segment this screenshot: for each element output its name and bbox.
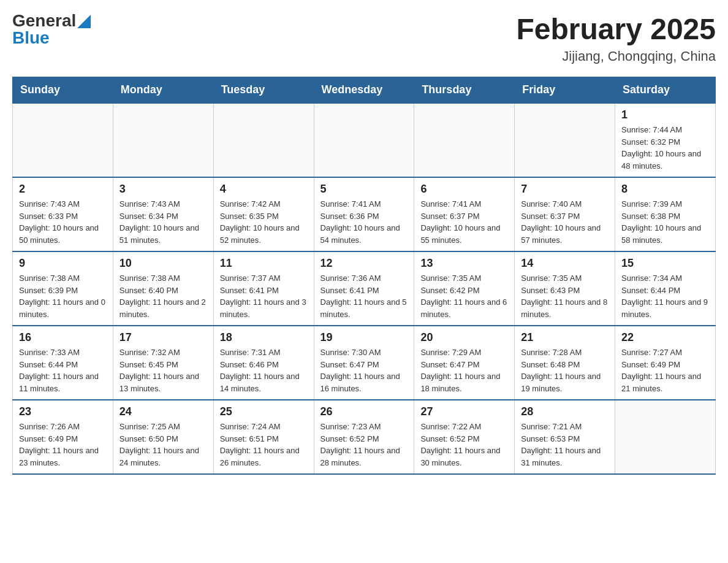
day-info: Sunrise: 7:36 AMSunset: 6:41 PMDaylight:… bbox=[320, 272, 408, 320]
day-info: Sunrise: 7:22 AMSunset: 6:52 PMDaylight:… bbox=[420, 421, 508, 469]
day-info: Sunrise: 7:24 AMSunset: 6:51 PMDaylight:… bbox=[220, 421, 308, 469]
table-row: 8Sunrise: 7:39 AMSunset: 6:38 PMDaylight… bbox=[615, 177, 716, 251]
table-row: 18Sunrise: 7:31 AMSunset: 6:46 PMDayligh… bbox=[213, 326, 314, 400]
day-number: 11 bbox=[220, 257, 308, 270]
table-row: 16Sunrise: 7:33 AMSunset: 6:44 PMDayligh… bbox=[13, 326, 113, 400]
day-info: Sunrise: 7:38 AMSunset: 6:40 PMDaylight:… bbox=[119, 272, 207, 320]
table-row bbox=[314, 103, 414, 177]
table-row: 22Sunrise: 7:27 AMSunset: 6:49 PMDayligh… bbox=[615, 326, 716, 400]
day-number: 7 bbox=[521, 183, 609, 196]
calendar-week-row: 23Sunrise: 7:26 AMSunset: 6:49 PMDayligh… bbox=[13, 400, 716, 474]
day-number: 10 bbox=[119, 257, 207, 270]
table-row bbox=[414, 103, 515, 177]
table-row: 20Sunrise: 7:29 AMSunset: 6:47 PMDayligh… bbox=[414, 326, 515, 400]
table-row: 7Sunrise: 7:40 AMSunset: 6:37 PMDaylight… bbox=[515, 177, 615, 251]
logo-general-text: General bbox=[12, 12, 76, 29]
day-number: 17 bbox=[119, 331, 207, 344]
day-number: 8 bbox=[621, 183, 709, 196]
col-thursday: Thursday bbox=[414, 77, 515, 104]
day-number: 2 bbox=[19, 183, 107, 196]
day-info: Sunrise: 7:39 AMSunset: 6:38 PMDaylight:… bbox=[621, 198, 709, 246]
day-info: Sunrise: 7:37 AMSunset: 6:41 PMDaylight:… bbox=[220, 272, 308, 320]
day-number: 3 bbox=[119, 183, 207, 196]
day-number: 4 bbox=[220, 183, 308, 196]
table-row: 19Sunrise: 7:30 AMSunset: 6:47 PMDayligh… bbox=[314, 326, 414, 400]
table-row: 6Sunrise: 7:41 AMSunset: 6:37 PMDaylight… bbox=[414, 177, 515, 251]
table-row bbox=[213, 103, 314, 177]
calendar-table: Sunday Monday Tuesday Wednesday Thursday… bbox=[12, 77, 716, 475]
calendar-week-row: 2Sunrise: 7:43 AMSunset: 6:33 PMDaylight… bbox=[13, 177, 716, 251]
table-row: 5Sunrise: 7:41 AMSunset: 6:36 PMDaylight… bbox=[314, 177, 414, 251]
day-number: 16 bbox=[19, 331, 107, 344]
day-info: Sunrise: 7:41 AMSunset: 6:37 PMDaylight:… bbox=[420, 198, 508, 246]
day-number: 6 bbox=[420, 183, 508, 196]
day-info: Sunrise: 7:42 AMSunset: 6:35 PMDaylight:… bbox=[220, 198, 308, 246]
day-info: Sunrise: 7:21 AMSunset: 6:53 PMDaylight:… bbox=[521, 421, 609, 469]
table-row bbox=[515, 103, 615, 177]
calendar-header-row: Sunday Monday Tuesday Wednesday Thursday… bbox=[13, 77, 716, 104]
col-saturday: Saturday bbox=[615, 77, 716, 104]
col-monday: Monday bbox=[113, 77, 213, 104]
table-row: 11Sunrise: 7:37 AMSunset: 6:41 PMDayligh… bbox=[213, 251, 314, 326]
day-info: Sunrise: 7:30 AMSunset: 6:47 PMDaylight:… bbox=[320, 347, 408, 394]
table-row: 13Sunrise: 7:35 AMSunset: 6:42 PMDayligh… bbox=[414, 251, 515, 326]
day-info: Sunrise: 7:43 AMSunset: 6:33 PMDaylight:… bbox=[19, 198, 107, 246]
table-row bbox=[113, 103, 213, 177]
calendar-week-row: 1Sunrise: 7:44 AMSunset: 6:32 PMDaylight… bbox=[13, 103, 716, 177]
table-row: 15Sunrise: 7:34 AMSunset: 6:44 PMDayligh… bbox=[615, 251, 716, 326]
table-row: 4Sunrise: 7:42 AMSunset: 6:35 PMDaylight… bbox=[213, 177, 314, 251]
day-info: Sunrise: 7:25 AMSunset: 6:50 PMDaylight:… bbox=[119, 421, 207, 469]
table-row: 10Sunrise: 7:38 AMSunset: 6:40 PMDayligh… bbox=[113, 251, 213, 326]
day-number: 27 bbox=[420, 405, 508, 418]
day-info: Sunrise: 7:40 AMSunset: 6:37 PMDaylight:… bbox=[521, 198, 609, 246]
table-row: 21Sunrise: 7:28 AMSunset: 6:48 PMDayligh… bbox=[515, 326, 615, 400]
table-row: 26Sunrise: 7:23 AMSunset: 6:52 PMDayligh… bbox=[314, 400, 414, 474]
table-row: 1Sunrise: 7:44 AMSunset: 6:32 PMDaylight… bbox=[615, 103, 716, 177]
table-row: 2Sunrise: 7:43 AMSunset: 6:33 PMDaylight… bbox=[13, 177, 113, 251]
col-tuesday: Tuesday bbox=[213, 77, 314, 104]
logo-triangle-icon bbox=[77, 15, 91, 28]
table-row: 14Sunrise: 7:35 AMSunset: 6:43 PMDayligh… bbox=[515, 251, 615, 326]
day-number: 18 bbox=[220, 331, 308, 344]
day-info: Sunrise: 7:43 AMSunset: 6:34 PMDaylight:… bbox=[119, 198, 207, 246]
title-section: February 2025 Jijiang, Chongqing, China bbox=[516, 12, 716, 64]
table-row: 12Sunrise: 7:36 AMSunset: 6:41 PMDayligh… bbox=[314, 251, 414, 326]
day-number: 13 bbox=[420, 257, 508, 270]
day-info: Sunrise: 7:38 AMSunset: 6:39 PMDaylight:… bbox=[19, 272, 107, 320]
day-number: 19 bbox=[320, 331, 408, 344]
day-info: Sunrise: 7:26 AMSunset: 6:49 PMDaylight:… bbox=[19, 421, 107, 469]
day-info: Sunrise: 7:34 AMSunset: 6:44 PMDaylight:… bbox=[621, 272, 709, 320]
day-info: Sunrise: 7:27 AMSunset: 6:49 PMDaylight:… bbox=[621, 347, 709, 394]
day-number: 25 bbox=[220, 405, 308, 418]
col-wednesday: Wednesday bbox=[314, 77, 414, 104]
page-header: General Blue February 2025 Jijiang, Chon… bbox=[12, 12, 716, 64]
day-info: Sunrise: 7:23 AMSunset: 6:52 PMDaylight:… bbox=[320, 421, 408, 469]
day-info: Sunrise: 7:41 AMSunset: 6:36 PMDaylight:… bbox=[320, 198, 408, 246]
day-number: 21 bbox=[521, 331, 609, 344]
day-info: Sunrise: 7:31 AMSunset: 6:46 PMDaylight:… bbox=[220, 347, 308, 394]
day-info: Sunrise: 7:28 AMSunset: 6:48 PMDaylight:… bbox=[521, 347, 609, 394]
day-number: 15 bbox=[621, 257, 709, 270]
month-title: February 2025 bbox=[516, 12, 716, 46]
day-number: 28 bbox=[521, 405, 609, 418]
day-number: 22 bbox=[621, 331, 709, 344]
day-number: 23 bbox=[19, 405, 107, 418]
calendar-week-row: 16Sunrise: 7:33 AMSunset: 6:44 PMDayligh… bbox=[13, 326, 716, 400]
table-row: 23Sunrise: 7:26 AMSunset: 6:49 PMDayligh… bbox=[13, 400, 113, 474]
svg-marker-0 bbox=[77, 15, 91, 28]
table-row: 3Sunrise: 7:43 AMSunset: 6:34 PMDaylight… bbox=[113, 177, 213, 251]
table-row bbox=[13, 103, 113, 177]
day-info: Sunrise: 7:32 AMSunset: 6:45 PMDaylight:… bbox=[119, 347, 207, 394]
day-number: 24 bbox=[119, 405, 207, 418]
day-number: 5 bbox=[320, 183, 408, 196]
day-number: 26 bbox=[320, 405, 408, 418]
col-friday: Friday bbox=[515, 77, 615, 104]
table-row: 25Sunrise: 7:24 AMSunset: 6:51 PMDayligh… bbox=[213, 400, 314, 474]
logo: General Blue bbox=[12, 12, 91, 47]
day-number: 20 bbox=[420, 331, 508, 344]
day-number: 1 bbox=[621, 109, 709, 121]
col-sunday: Sunday bbox=[13, 77, 113, 104]
table-row: 24Sunrise: 7:25 AMSunset: 6:50 PMDayligh… bbox=[113, 400, 213, 474]
table-row: 27Sunrise: 7:22 AMSunset: 6:52 PMDayligh… bbox=[414, 400, 515, 474]
table-row: 17Sunrise: 7:32 AMSunset: 6:45 PMDayligh… bbox=[113, 326, 213, 400]
